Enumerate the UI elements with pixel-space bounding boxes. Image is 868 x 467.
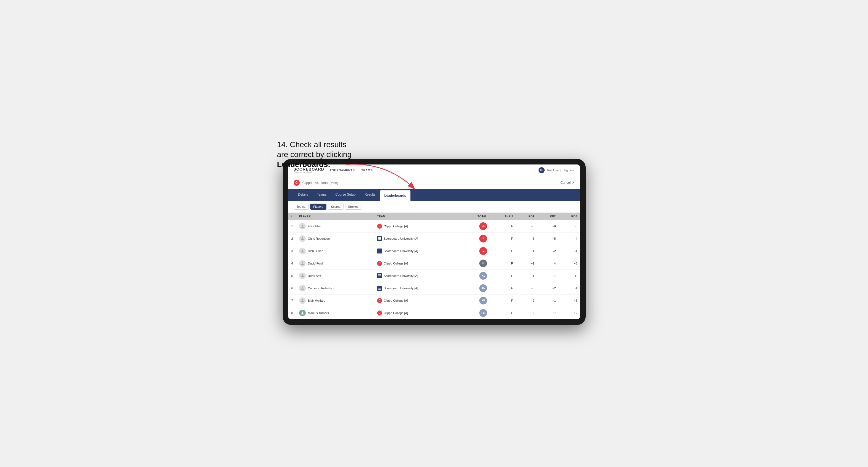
player-avatar: [299, 223, 306, 229]
row-player: Elliot Ebert: [297, 220, 374, 232]
score-badge: -4: [479, 235, 487, 243]
row-total: +9: [461, 294, 490, 307]
team-logo-c: C: [377, 261, 382, 266]
col-player: PLAYER: [297, 213, 374, 220]
col-team: TEAM: [374, 213, 462, 220]
tab-details[interactable]: Details: [293, 189, 313, 201]
instruction-line1: 14. Check all results: [277, 140, 346, 149]
row-rd3: +2: [559, 307, 580, 319]
row-rd1: -5: [516, 232, 537, 245]
row-rd2: -6: [537, 220, 559, 232]
row-total: -8: [461, 220, 490, 232]
team-name: Clippd College [A]: [384, 299, 408, 302]
row-total: +1: [461, 270, 490, 282]
svg-point-4: [302, 262, 303, 263]
row-team: Scoreboard University [A]: [374, 232, 462, 245]
row-rd2: -4: [537, 257, 559, 270]
tournament-header: C Clippd Invitational (Men) Cancel ✕: [288, 176, 580, 189]
score-badge: E: [479, 259, 487, 267]
header-right: TU Test User | Sign out: [538, 167, 575, 173]
tab-leaderboards[interactable]: Leaderboards: [380, 190, 410, 201]
player-avatar: [299, 297, 306, 304]
row-pos: 5: [288, 270, 297, 282]
row-rd1: +1: [516, 245, 537, 257]
tab-course-setup[interactable]: Course Setup: [331, 189, 360, 201]
tablet-screen: SCOREBOARD Powered by clippd TOURNAMENTS…: [288, 164, 580, 319]
row-player: Marcus Turners: [297, 307, 374, 319]
player-name: Rich Butler: [308, 249, 323, 253]
team-logo-s: [377, 236, 382, 241]
table-header-row: # PLAYER TEAM TOTAL THRU RD1 RD2 RD3: [288, 213, 580, 220]
sign-out-link[interactable]: Sign out: [563, 168, 575, 172]
col-total: TOTAL: [461, 213, 490, 220]
table-row: 4David FordCClippd College [A]EF+1-4+3: [288, 257, 580, 270]
row-rd2: -2: [537, 245, 559, 257]
team-logo-s: [377, 286, 382, 291]
svg-point-1: [302, 224, 303, 226]
player-avatar: [299, 235, 306, 242]
row-player: David Ford: [297, 257, 374, 270]
table-row: 2Chris RobertsonScoreboard University [A…: [288, 232, 580, 245]
leaderboard-table: # PLAYER TEAM TOTAL THRU RD1 RD2 RD3 1El…: [288, 213, 580, 319]
svg-point-5: [302, 274, 303, 276]
player-name: Marcus Turners: [308, 311, 329, 315]
row-pos: 6: [288, 282, 297, 294]
tab-nav: Details Teams Course Setup Results Leade…: [288, 189, 580, 201]
row-player: Cameron Robertson: [297, 282, 374, 294]
player-name: Cameron Robertson: [308, 286, 335, 290]
table-row: 6Cameron RobertsonScoreboard University …: [288, 282, 580, 294]
row-rd2: E: [537, 270, 559, 282]
row-team: CClippd College [A]: [374, 294, 462, 307]
team-name: Scoreboard University [A]: [384, 286, 418, 290]
row-rd2: +5: [537, 232, 559, 245]
tournament-title: Clippd Invitational (Men): [303, 181, 558, 185]
row-total: -2: [461, 245, 490, 257]
tab-teams[interactable]: Teams: [312, 189, 331, 201]
outer-wrapper: 14. Check all results are correct by cli…: [283, 143, 586, 325]
row-total: +6: [461, 282, 490, 294]
leaderboard-tbody: 1Elliot EbertCClippd College [A]-8F+3-6-…: [288, 220, 580, 319]
svg-point-6: [302, 286, 303, 288]
tournament-logo: C: [293, 180, 300, 186]
team-logo-s: [377, 273, 382, 278]
user-avatar: TU: [538, 167, 545, 173]
row-pos: 3: [288, 245, 297, 257]
row-rd1: +3: [516, 220, 537, 232]
svg-point-3: [302, 249, 303, 251]
row-thru: F: [490, 257, 516, 270]
row-total: E: [461, 257, 490, 270]
svg-point-7: [302, 299, 303, 300]
filter-teams[interactable]: Teams: [293, 204, 309, 210]
score-badge: -8: [479, 222, 487, 230]
table-row: 5Rees BrittScoreboard University [A]+1F+…: [288, 270, 580, 282]
row-total: +11: [461, 307, 490, 319]
col-thru: THRU: [490, 213, 516, 220]
score-badge: +11: [479, 309, 487, 317]
team-logo-c: C: [377, 224, 382, 229]
score-badge: +6: [479, 284, 487, 292]
tab-results[interactable]: Results: [360, 189, 380, 201]
row-rd1: +2: [516, 294, 537, 307]
tablet-frame: SCOREBOARD Powered by clippd TOURNAMENTS…: [283, 159, 586, 325]
row-rd1: +1: [516, 257, 537, 270]
row-rd3: -4: [559, 232, 580, 245]
filter-scores[interactable]: Scores: [328, 204, 343, 210]
row-player: Chris Robertson: [297, 232, 374, 245]
row-thru: F: [490, 220, 516, 232]
filter-players[interactable]: Players: [310, 204, 327, 210]
cancel-button[interactable]: Cancel ✕: [560, 181, 575, 185]
row-thru: F: [490, 232, 516, 245]
row-pos: 4: [288, 257, 297, 270]
player-name: David Ford: [308, 262, 323, 265]
player-avatar: [299, 273, 306, 279]
row-team: Scoreboard University [A]: [374, 245, 462, 257]
row-pos: 2: [288, 232, 297, 245]
player-name: Elliot Ebert: [308, 224, 322, 228]
player-avatar: [299, 285, 306, 291]
row-team: CClippd College [A]: [374, 220, 462, 232]
filter-strokes[interactable]: Strokes: [345, 204, 362, 210]
col-rd3: RD3: [559, 213, 580, 220]
table-row: 7Blair McHargCClippd College [A]+9F+2+1+…: [288, 294, 580, 307]
team-name: Scoreboard University [A]: [384, 249, 418, 253]
player-name: Chris Robertson: [308, 237, 330, 240]
